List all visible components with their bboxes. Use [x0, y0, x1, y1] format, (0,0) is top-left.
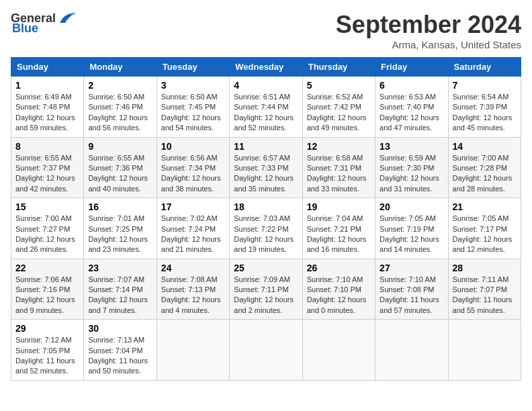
calendar-header-thursday: Thursday — [302, 58, 375, 77]
day-number: 29 — [15, 323, 79, 334]
month-title: September 2024 — [336, 11, 521, 39]
calendar-cell: 16 Sunrise: 7:01 AM Sunset: 7:25 PM Dayl… — [84, 198, 157, 259]
logo-bird-icon — [57, 11, 76, 26]
day-info: Sunrise: 7:10 AM Sunset: 7:08 PM Dayligh… — [380, 275, 443, 316]
day-number: 11 — [234, 141, 298, 152]
day-number: 5 — [307, 80, 371, 91]
calendar-cell — [448, 320, 521, 381]
day-number: 15 — [15, 201, 79, 212]
day-number: 1 — [15, 80, 79, 91]
day-number: 12 — [307, 141, 371, 152]
calendar-week-3: 15 Sunrise: 7:00 AM Sunset: 7:27 PM Dayl… — [11, 198, 521, 259]
day-number: 4 — [234, 80, 298, 91]
calendar-cell — [230, 320, 302, 381]
day-info: Sunrise: 7:12 AM Sunset: 7:05 PM Dayligh… — [15, 335, 79, 377]
day-number: 2 — [88, 80, 152, 91]
calendar-cell: 15 Sunrise: 7:00 AM Sunset: 7:27 PM Dayl… — [11, 198, 84, 259]
calendar-header-saturday: Saturday — [448, 58, 521, 77]
day-info: Sunrise: 6:59 AM Sunset: 7:30 PM Dayligh… — [380, 153, 443, 195]
day-number: 7 — [453, 80, 517, 91]
calendar-cell: 8 Sunrise: 6:55 AM Sunset: 7:37 PM Dayli… — [11, 137, 84, 198]
day-number: 18 — [234, 201, 298, 212]
calendar-body: 1 Sunrise: 6:49 AM Sunset: 7:48 PM Dayli… — [11, 77, 521, 381]
day-number: 3 — [161, 80, 225, 91]
calendar-cell: 17 Sunrise: 7:02 AM Sunset: 7:24 PM Dayl… — [157, 198, 229, 259]
calendar-cell: 5 Sunrise: 6:52 AM Sunset: 7:42 PM Dayli… — [302, 77, 375, 138]
calendar-cell: 9 Sunrise: 6:55 AM Sunset: 7:36 PM Dayli… — [84, 137, 157, 198]
calendar-cell: 21 Sunrise: 7:05 AM Sunset: 7:17 PM Dayl… — [448, 198, 521, 259]
day-number: 8 — [15, 141, 79, 152]
day-number: 28 — [453, 263, 517, 273]
day-info: Sunrise: 7:13 AM Sunset: 7:04 PM Dayligh… — [88, 335, 152, 377]
calendar-cell: 19 Sunrise: 7:04 AM Sunset: 7:21 PM Dayl… — [302, 198, 375, 259]
day-info: Sunrise: 6:50 AM Sunset: 7:45 PM Dayligh… — [161, 92, 225, 134]
calendar-cell: 14 Sunrise: 7:00 AM Sunset: 7:28 PM Dayl… — [448, 137, 521, 198]
calendar-cell: 25 Sunrise: 7:09 AM Sunset: 7:11 PM Dayl… — [230, 259, 302, 320]
day-number: 24 — [161, 263, 225, 273]
calendar-cell: 3 Sunrise: 6:50 AM Sunset: 7:45 PM Dayli… — [157, 77, 229, 138]
day-number: 14 — [453, 141, 517, 152]
day-info: Sunrise: 7:02 AM Sunset: 7:24 PM Dayligh… — [161, 214, 225, 255]
calendar-cell — [375, 320, 448, 381]
calendar-cell: 23 Sunrise: 7:07 AM Sunset: 7:14 PM Dayl… — [84, 259, 157, 320]
day-info: Sunrise: 6:55 AM Sunset: 7:36 PM Dayligh… — [88, 153, 152, 195]
calendar-cell: 27 Sunrise: 7:10 AM Sunset: 7:08 PM Dayl… — [375, 259, 448, 320]
calendar-cell: 30 Sunrise: 7:13 AM Sunset: 7:04 PM Dayl… — [84, 320, 157, 381]
day-number: 23 — [88, 263, 152, 273]
day-info: Sunrise: 6:56 AM Sunset: 7:34 PM Dayligh… — [161, 153, 225, 195]
calendar-cell: 22 Sunrise: 7:06 AM Sunset: 7:16 PM Dayl… — [11, 259, 84, 320]
day-number: 17 — [161, 201, 225, 212]
day-number: 6 — [380, 80, 443, 91]
day-number: 13 — [380, 141, 443, 152]
day-info: Sunrise: 6:55 AM Sunset: 7:37 PM Dayligh… — [15, 153, 79, 195]
day-info: Sunrise: 6:54 AM Sunset: 7:39 PM Dayligh… — [453, 92, 517, 134]
day-number: 21 — [453, 201, 517, 212]
day-info: Sunrise: 6:53 AM Sunset: 7:40 PM Dayligh… — [380, 92, 443, 134]
day-number: 20 — [380, 201, 443, 212]
calendar-header-monday: Monday — [84, 58, 157, 77]
calendar-header-tuesday: Tuesday — [157, 58, 229, 77]
calendar-header-friday: Friday — [375, 58, 448, 77]
day-info: Sunrise: 6:50 AM Sunset: 7:46 PM Dayligh… — [88, 92, 152, 134]
logo-blue-text: Blue — [12, 21, 38, 36]
day-info: Sunrise: 6:49 AM Sunset: 7:48 PM Dayligh… — [15, 92, 79, 134]
calendar-cell: 1 Sunrise: 6:49 AM Sunset: 7:48 PM Dayli… — [11, 77, 84, 138]
day-number: 26 — [307, 263, 371, 273]
calendar-cell: 18 Sunrise: 7:03 AM Sunset: 7:22 PM Dayl… — [230, 198, 302, 259]
calendar-week-2: 8 Sunrise: 6:55 AM Sunset: 7:37 PM Dayli… — [11, 137, 521, 198]
day-info: Sunrise: 7:09 AM Sunset: 7:11 PM Dayligh… — [234, 275, 298, 316]
calendar-header-wednesday: Wednesday — [230, 58, 302, 77]
day-info: Sunrise: 7:11 AM Sunset: 7:07 PM Dayligh… — [453, 275, 517, 316]
calendar-cell: 20 Sunrise: 7:05 AM Sunset: 7:19 PM Dayl… — [375, 198, 448, 259]
calendar-cell — [157, 320, 229, 381]
day-number: 9 — [88, 141, 152, 152]
day-info: Sunrise: 7:03 AM Sunset: 7:22 PM Dayligh… — [234, 214, 298, 255]
calendar-table: SundayMondayTuesdayWednesdayThursdayFrid… — [11, 57, 521, 381]
calendar-cell: 10 Sunrise: 6:56 AM Sunset: 7:34 PM Dayl… — [157, 137, 229, 198]
calendar-cell: 26 Sunrise: 7:10 AM Sunset: 7:10 PM Dayl… — [302, 259, 375, 320]
calendar-cell: 29 Sunrise: 7:12 AM Sunset: 7:05 PM Dayl… — [11, 320, 84, 381]
location-subtitle: Arma, Kansas, United States — [336, 39, 521, 50]
day-info: Sunrise: 6:58 AM Sunset: 7:31 PM Dayligh… — [307, 153, 371, 195]
day-info: Sunrise: 7:10 AM Sunset: 7:10 PM Dayligh… — [307, 275, 371, 316]
day-info: Sunrise: 7:07 AM Sunset: 7:14 PM Dayligh… — [88, 275, 152, 316]
calendar-week-1: 1 Sunrise: 6:49 AM Sunset: 7:48 PM Dayli… — [11, 77, 521, 138]
day-number: 30 — [88, 323, 152, 334]
day-info: Sunrise: 7:05 AM Sunset: 7:17 PM Dayligh… — [453, 214, 517, 255]
calendar-cell: 13 Sunrise: 6:59 AM Sunset: 7:30 PM Dayl… — [375, 137, 448, 198]
day-number: 10 — [161, 141, 225, 152]
day-number: 16 — [88, 201, 152, 212]
day-info: Sunrise: 7:00 AM Sunset: 7:27 PM Dayligh… — [15, 214, 79, 255]
day-info: Sunrise: 6:52 AM Sunset: 7:42 PM Dayligh… — [307, 92, 371, 134]
calendar-cell: 4 Sunrise: 6:51 AM Sunset: 7:44 PM Dayli… — [230, 77, 302, 138]
calendar-cell: 6 Sunrise: 6:53 AM Sunset: 7:40 PM Dayli… — [375, 77, 448, 138]
calendar-header-row: SundayMondayTuesdayWednesdayThursdayFrid… — [11, 58, 521, 77]
day-number: 25 — [234, 263, 298, 273]
day-info: Sunrise: 7:06 AM Sunset: 7:16 PM Dayligh… — [15, 275, 79, 316]
day-number: 22 — [15, 263, 79, 273]
day-info: Sunrise: 7:04 AM Sunset: 7:21 PM Dayligh… — [307, 214, 371, 255]
calendar-cell — [302, 320, 375, 381]
calendar-week-4: 22 Sunrise: 7:06 AM Sunset: 7:16 PM Dayl… — [11, 259, 521, 320]
calendar-cell: 28 Sunrise: 7:11 AM Sunset: 7:07 PM Dayl… — [448, 259, 521, 320]
calendar-cell: 12 Sunrise: 6:58 AM Sunset: 7:31 PM Dayl… — [302, 137, 375, 198]
